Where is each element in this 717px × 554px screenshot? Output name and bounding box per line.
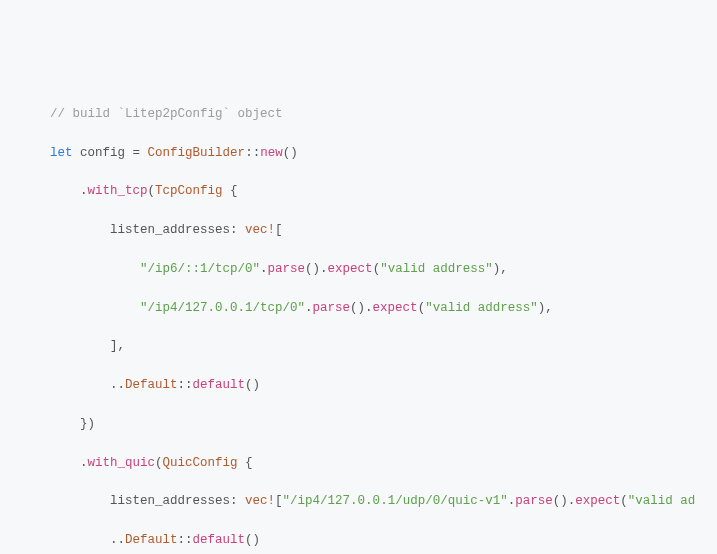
code-line: "/ip6/::1/tcp/0".parse().expect("valid a…	[20, 260, 717, 279]
code-line: ..Default::default()	[20, 376, 717, 395]
code-line: let config = ConfigBuilder::new()	[20, 144, 717, 163]
code-line: listen_addresses: vec![	[20, 221, 717, 240]
code-line: .with_tcp(TcpConfig {	[20, 182, 717, 201]
code-line: ..Default::default()	[20, 531, 717, 550]
keyword-let: let	[50, 146, 73, 160]
code-line: })	[20, 415, 717, 434]
code-line: .with_quic(QuicConfig {	[20, 454, 717, 473]
code-block: // build `Litep2pConfig` object let conf…	[20, 86, 717, 555]
code-line: ],	[20, 337, 717, 356]
code-line: "/ip4/127.0.0.1/tcp/0".parse().expect("v…	[20, 299, 717, 318]
code-line: // build `Litep2pConfig` object	[20, 105, 717, 124]
comment: // build `Litep2pConfig` object	[50, 107, 283, 121]
code-line: listen_addresses: vec!["/ip4/127.0.0.1/u…	[20, 492, 717, 511]
